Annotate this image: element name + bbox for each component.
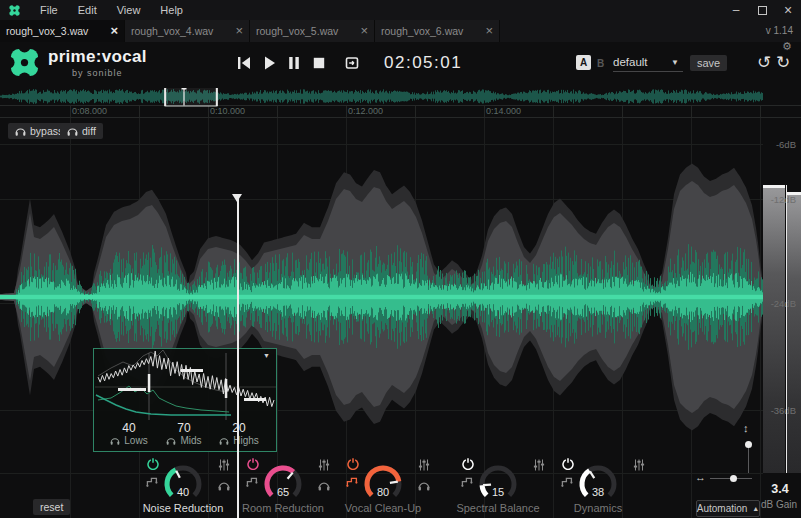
knob-room-reduction[interactable] bbox=[261, 462, 305, 506]
waveform-display[interactable] bbox=[0, 88, 801, 518]
db-scale-label: -12dB bbox=[756, 194, 796, 205]
time-display: 02:05:01 bbox=[384, 53, 462, 73]
diff-label: diff bbox=[82, 125, 96, 137]
horizontal-zoom-handle[interactable] bbox=[730, 475, 737, 482]
loop-icon bbox=[344, 55, 360, 71]
vertical-zoom-slider[interactable] bbox=[748, 446, 749, 473]
band-sliders-icon[interactable] bbox=[418, 459, 430, 471]
skip-to-start-button[interactable] bbox=[236, 55, 252, 71]
diff-button[interactable]: diff bbox=[60, 123, 103, 139]
loop-button[interactable] bbox=[344, 55, 360, 71]
module-label: Vocal Clean-Up bbox=[323, 502, 443, 514]
vertical-zoom-handle[interactable] bbox=[745, 441, 752, 448]
menu-view[interactable]: View bbox=[107, 4, 151, 16]
headphones-icon bbox=[15, 127, 26, 136]
menu-help[interactable]: Help bbox=[150, 4, 193, 16]
gear-icon[interactable]: ⚙ bbox=[782, 40, 792, 53]
headphones-icon bbox=[67, 127, 78, 136]
automation-label: Automation bbox=[697, 503, 748, 514]
band-value-lows: 40 bbox=[109, 421, 149, 435]
automation-step-icon[interactable] bbox=[346, 477, 358, 487]
tab-close-icon[interactable]: × bbox=[231, 26, 243, 36]
minimize-button[interactable]: – bbox=[723, 0, 749, 20]
undo-button[interactable]: ↺ bbox=[757, 52, 771, 73]
knob-dynamics[interactable] bbox=[576, 462, 620, 506]
plugin-logo: prime:vocal by sonible bbox=[10, 48, 147, 78]
power-icon[interactable] bbox=[347, 458, 359, 470]
play-icon bbox=[261, 55, 277, 71]
tab-label: rough_vox_5.wav bbox=[256, 25, 356, 37]
gain-value: 3.4 bbox=[760, 482, 800, 496]
tab-close-icon[interactable]: × bbox=[481, 26, 493, 36]
horizontal-zoom-icon: ↔ bbox=[695, 471, 706, 483]
preset-b-button[interactable]: B bbox=[597, 58, 604, 69]
knob-vocal-clean-up[interactable] bbox=[361, 462, 405, 506]
play-button[interactable] bbox=[261, 55, 277, 71]
meter-peak-right bbox=[787, 192, 801, 195]
module-vocal-clean-up: 80Vocal Clean-Up bbox=[321, 455, 445, 517]
module-value: 40 bbox=[163, 486, 203, 498]
headphones-icon[interactable] bbox=[418, 481, 430, 491]
band-solo-highs[interactable]: Highs bbox=[207, 435, 271, 446]
preset-a-button[interactable]: A bbox=[576, 55, 591, 70]
ruler-label: 0:12.000 bbox=[348, 106, 383, 116]
pause-icon bbox=[286, 55, 302, 71]
db-scale-label: -36dB bbox=[756, 405, 796, 416]
power-icon[interactable] bbox=[562, 458, 574, 470]
pause-button[interactable] bbox=[286, 55, 302, 71]
tab-rough_vox_5.wav[interactable]: rough_vox_5.wav× bbox=[250, 20, 375, 42]
tab-rough_vox_4.wav[interactable]: rough_vox_4.wav× bbox=[125, 20, 250, 42]
module-label: Dynamics bbox=[538, 502, 658, 514]
knob-spectral-balance[interactable] bbox=[476, 462, 520, 506]
power-icon[interactable] bbox=[247, 458, 259, 470]
band-sliders-icon[interactable] bbox=[633, 459, 645, 471]
menu-bar: FileEditViewHelp – × bbox=[0, 0, 801, 20]
band-control-popup: ▼ 40Lows70Mids20Highs bbox=[93, 348, 277, 452]
module-value: 38 bbox=[578, 486, 618, 498]
stop-button[interactable] bbox=[311, 55, 327, 71]
menu-edit[interactable]: Edit bbox=[68, 4, 107, 16]
gain-slider-track[interactable] bbox=[786, 185, 787, 473]
plugin-window: FileEditViewHelp – × rough_vox_3.wav×rou… bbox=[0, 0, 801, 518]
automation-step-icon[interactable] bbox=[146, 477, 158, 487]
tab-close-icon[interactable]: × bbox=[356, 26, 368, 36]
db-scale-label: -6dB bbox=[756, 139, 796, 150]
chevron-down-icon: ▼ bbox=[671, 58, 679, 67]
automation-step-icon[interactable] bbox=[246, 477, 258, 487]
db-scale-label: -24dB bbox=[756, 298, 796, 309]
maximize-button[interactable] bbox=[749, 0, 775, 20]
headphones-icon bbox=[110, 437, 120, 445]
knob-noise-reduction[interactable] bbox=[161, 462, 205, 506]
tab-close-icon[interactable]: × bbox=[106, 26, 118, 36]
tab-rough_vox_3.wav[interactable]: rough_vox_3.wav× bbox=[0, 20, 125, 42]
tab-label: rough_vox_3.wav bbox=[6, 25, 106, 37]
module-value: 15 bbox=[478, 486, 518, 498]
automation-step-icon[interactable] bbox=[461, 477, 473, 487]
module-dynamics: 38Dynamics bbox=[536, 455, 660, 517]
window-controls: – × bbox=[723, 0, 801, 20]
automation-button[interactable]: Automation ▲ bbox=[696, 500, 760, 517]
tab-label: rough_vox_6.wav bbox=[381, 25, 481, 37]
plugin-byline: by sonible bbox=[48, 68, 147, 78]
skip-to-start-icon bbox=[236, 55, 252, 71]
version-label: v 1.14 bbox=[766, 25, 793, 36]
power-icon[interactable] bbox=[462, 458, 474, 470]
menu-file[interactable]: File bbox=[30, 4, 68, 16]
close-button[interactable]: × bbox=[775, 0, 801, 20]
power-icon[interactable] bbox=[147, 458, 159, 470]
headphones-icon bbox=[219, 437, 229, 445]
save-button[interactable]: save bbox=[690, 55, 727, 71]
headphones-icon bbox=[166, 437, 176, 445]
tab-rough_vox_6.wav[interactable]: rough_vox_6.wav× bbox=[375, 20, 500, 42]
module-value: 80 bbox=[363, 486, 403, 498]
level-meter-left bbox=[763, 188, 785, 473]
automation-step-icon[interactable] bbox=[561, 477, 573, 487]
reset-button[interactable]: reset bbox=[33, 499, 70, 515]
gain-unit-label: dB Gain bbox=[756, 499, 801, 510]
sonible-logo-icon bbox=[10, 48, 39, 77]
ruler-label: 0:10.000 bbox=[210, 106, 245, 116]
ruler-label: 0:08.000 bbox=[72, 106, 107, 116]
redo-button[interactable]: ↻ bbox=[776, 52, 790, 73]
band-spectrum-display[interactable] bbox=[94, 350, 276, 420]
reset-label: reset bbox=[40, 501, 63, 513]
